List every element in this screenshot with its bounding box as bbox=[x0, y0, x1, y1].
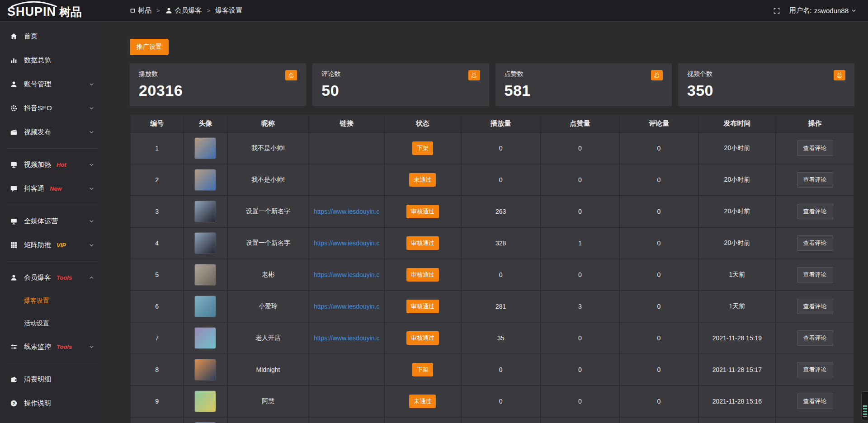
account-link[interactable]: https://www.iesdouyin.c bbox=[314, 303, 380, 310]
cell-plays: 263 bbox=[461, 196, 541, 227]
cell-avatar bbox=[184, 354, 227, 385]
avatar bbox=[194, 327, 216, 349]
menu-badge: VIP bbox=[57, 242, 66, 249]
cell-nickname: Midnight bbox=[227, 354, 309, 385]
sidebar-item-抖客通[interactable]: 抖客通 New bbox=[0, 177, 104, 201]
member-icon bbox=[165, 7, 173, 14]
sidebar-item-会员爆客[interactable]: 会员爆客 Tools bbox=[0, 266, 104, 290]
user-menu[interactable]: 用户名: zswodun88 bbox=[789, 6, 856, 15]
cell-comments: 0 bbox=[619, 164, 698, 196]
cell-id: 6 bbox=[130, 291, 184, 322]
column-header-发布时间: 发布时间 bbox=[698, 114, 776, 132]
account-link[interactable]: https://www.iesdouyin.c bbox=[314, 334, 380, 342]
monitor-icon bbox=[9, 217, 18, 225]
status-badge: 下架 bbox=[412, 141, 433, 155]
cell-plays: 35 bbox=[461, 322, 541, 354]
cell-likes: 0 bbox=[541, 164, 620, 196]
chevron-down-icon bbox=[851, 8, 856, 13]
sidebar-item-线索监控[interactable]: 线索监控 Tools bbox=[0, 335, 104, 359]
cell-plays: 281 bbox=[461, 291, 541, 322]
breadcrumb-item[interactable]: 树品 bbox=[130, 6, 151, 15]
sidebar-item-数据总览[interactable]: 数据总览 bbox=[0, 48, 104, 72]
stat-card-播放数: 播放数 总 20316 bbox=[130, 63, 306, 106]
table-row: 7 老人开店 https://www.iesdouyin.c 审核通过 35 0… bbox=[130, 322, 854, 354]
cell-id: 9 bbox=[130, 385, 184, 417]
floating-widget[interactable] bbox=[861, 391, 868, 420]
cell-plays: 328 bbox=[461, 227, 541, 259]
account-link[interactable]: https://www.iesdouyin.c bbox=[314, 271, 380, 278]
account-link[interactable]: https://www.iesdouyin.c bbox=[314, 240, 380, 247]
cell-likes bbox=[541, 417, 620, 423]
sidebar-item-抖音SEO[interactable]: 抖音SEO bbox=[0, 96, 104, 120]
cell-action: 查看评论 bbox=[776, 164, 854, 196]
sidebar-subitem-爆客设置[interactable]: 爆客设置 bbox=[0, 290, 104, 312]
cell-comments: 0 bbox=[619, 385, 698, 417]
sidebar-item-全媒体运营[interactable]: 全媒体运营 bbox=[0, 209, 104, 233]
sidebar-item-视频发布[interactable]: 视频发布 bbox=[0, 120, 104, 144]
chevron-icon bbox=[87, 130, 96, 135]
avatar bbox=[194, 296, 216, 317]
cell-plays: 0 bbox=[461, 164, 541, 196]
cell-link bbox=[309, 164, 384, 196]
cell-status: 审核通过 bbox=[384, 196, 461, 227]
view-comments-button[interactable]: 查看评论 bbox=[797, 235, 833, 251]
chevron-icon bbox=[87, 82, 96, 87]
cell-nickname: 设置一个新名字 bbox=[227, 196, 309, 227]
cell-plays bbox=[461, 417, 541, 423]
cell-comments bbox=[619, 417, 698, 423]
cell-action: 查看评论 bbox=[776, 354, 854, 385]
fullscreen-icon[interactable] bbox=[773, 7, 780, 14]
breadcrumb-item[interactable]: 会员爆客 bbox=[165, 6, 202, 15]
cell-nickname: 设置一个新名字 bbox=[227, 227, 309, 259]
sidebar-item-账号管理[interactable]: 账号管理 bbox=[0, 72, 104, 96]
status-badge: 审核通过 bbox=[406, 205, 439, 218]
table-row: 9 阿慧 未通过 0 0 0 2021-11-28 15:16 查看评论 bbox=[130, 385, 854, 417]
cell-comments: 0 bbox=[619, 227, 698, 259]
view-comments-button[interactable]: 查看评论 bbox=[797, 299, 833, 314]
stat-card-评论数: 评论数 总 50 bbox=[312, 63, 489, 106]
username-label: 用户名: bbox=[789, 6, 811, 15]
widget-stripes-icon bbox=[863, 405, 867, 417]
view-comments-button[interactable]: 查看评论 bbox=[797, 394, 833, 409]
cell-id: 4 bbox=[130, 227, 184, 259]
status-badge: 审核通过 bbox=[406, 300, 439, 313]
cell-avatar bbox=[184, 164, 227, 196]
cell-link: https://www.iesdouyin.c bbox=[309, 227, 384, 259]
view-comments-button[interactable]: 查看评论 bbox=[797, 204, 833, 219]
cell-avatar bbox=[184, 322, 227, 354]
sidebar-item-消费明细[interactable]: 消费明细 bbox=[0, 367, 104, 391]
sidebar-item-视频加热[interactable]: 视频加热 Hot bbox=[0, 153, 104, 177]
promo-settings-button[interactable]: 推广设置 bbox=[130, 39, 169, 55]
sidebar-item-首页[interactable]: 首页 bbox=[0, 24, 104, 48]
cell-action: 查看评论 bbox=[776, 291, 854, 322]
view-comments-button[interactable]: 查看评论 bbox=[797, 141, 833, 156]
sidebar-divider bbox=[6, 363, 98, 363]
cell-likes: 0 bbox=[541, 132, 620, 164]
cell-link bbox=[309, 354, 384, 385]
sidebar-subitem-活动设置[interactable]: 活动设置 bbox=[0, 312, 104, 335]
cell-comments: 0 bbox=[619, 196, 698, 227]
dashboard-icon bbox=[130, 8, 136, 14]
cell-nickname: 我不是小帅! bbox=[227, 164, 309, 196]
sidebar-item-操作说明[interactable]: ? 操作说明 bbox=[0, 391, 104, 415]
sidebar-item-矩阵助推[interactable]: 矩阵助推 VIP bbox=[0, 233, 104, 257]
app-root: SHUPIN 树品 树品 > 会员爆客 > 爆客设置 用户名: zswodun8… bbox=[0, 0, 868, 423]
breadcrumb-separator: > bbox=[207, 7, 211, 14]
view-comments-button[interactable]: 查看评论 bbox=[797, 362, 833, 377]
stat-card-视频个数: 视频个数 总 350 bbox=[678, 63, 854, 106]
cell-action: 查看评论 bbox=[776, 322, 854, 354]
accounts-table: 编号头像昵称链接状态播放量点赞量评论量发布时间操作 1 我不是小帅! 下架 0 … bbox=[130, 114, 854, 423]
breadcrumb-separator: > bbox=[156, 7, 160, 14]
cell-likes: 0 bbox=[541, 354, 620, 385]
avatar bbox=[194, 137, 216, 159]
account-link[interactable]: https://www.iesdouyin.c bbox=[314, 208, 380, 215]
cell-plays: 0 bbox=[461, 385, 541, 417]
avatar bbox=[194, 169, 216, 191]
view-comments-button[interactable]: 查看评论 bbox=[797, 330, 833, 346]
username-value: zswodun88 bbox=[814, 7, 849, 14]
view-comments-button[interactable]: 查看评论 bbox=[797, 267, 833, 282]
column-header-播放量: 播放量 bbox=[461, 114, 541, 132]
status-badge: 未通过 bbox=[409, 173, 436, 187]
view-comments-button[interactable]: 查看评论 bbox=[797, 172, 833, 188]
cell-link: https://www.iesdouyin.c bbox=[309, 259, 384, 291]
